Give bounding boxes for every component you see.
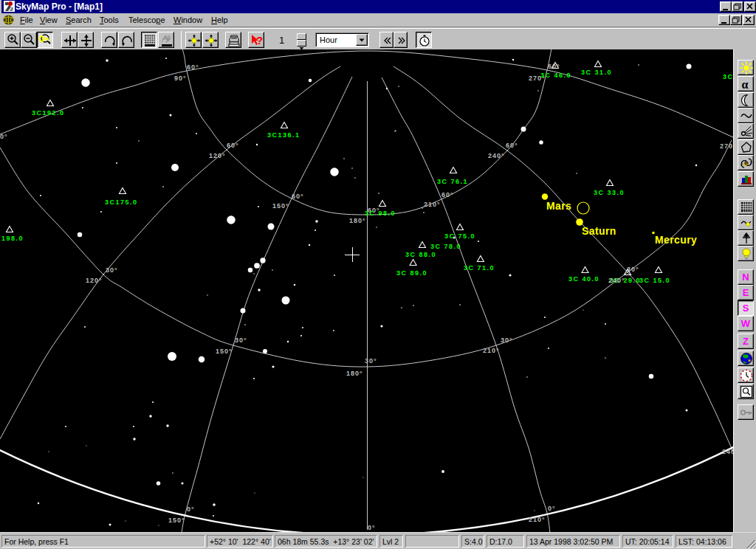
svg-text:3C 98.0: 3C 98.0 [365, 210, 396, 217]
svg-text:0°: 0° [368, 524, 376, 531]
svg-text:60°: 60° [441, 191, 454, 198]
svg-text:30°: 30° [235, 336, 247, 344]
svg-text:Mercury: Mercury [655, 234, 697, 246]
svg-text:150°: 150° [216, 348, 233, 355]
svg-text:120°: 120° [86, 277, 103, 284]
svg-text:90°: 90° [174, 75, 187, 82]
svg-text:180°: 180° [349, 217, 366, 224]
svg-text:180°: 180° [346, 370, 363, 377]
svg-text:150°: 150° [272, 202, 289, 210]
svg-text:240: 240 [722, 448, 733, 455]
svg-text:3C 40.0: 3C 40.0 [568, 275, 599, 283]
svg-text:α: α [742, 78, 749, 91]
svg-text:3C: 3C [723, 73, 733, 80]
svg-text:3C175.0: 3C175.0 [105, 198, 138, 206]
svg-text:198.0: 198.0 [1, 235, 24, 242]
svg-text:0°: 0° [0, 133, 8, 140]
svg-text:60°: 60° [227, 142, 239, 149]
svg-text:3C 33.0: 3C 33.0 [594, 189, 625, 196]
svg-text:Mars: Mars [546, 200, 571, 212]
svg-text:150°: 150° [168, 517, 185, 524]
svg-text:3C136.1: 3C136.1 [267, 131, 300, 139]
svg-text:3C 75.0: 3C 75.0 [444, 232, 475, 240]
svg-text:3C192.0: 3C192.0 [32, 109, 65, 117]
svg-text:60°: 60° [187, 63, 199, 71]
svg-text:60°: 60° [506, 142, 518, 149]
svg-text:?: ? [256, 34, 263, 46]
svg-text:3C 71.0: 3C 71.0 [464, 264, 495, 272]
svg-text:210°: 210° [529, 516, 546, 523]
svg-text:240°: 240° [488, 152, 505, 159]
svg-text:3C 78.0: 3C 78.0 [430, 243, 461, 250]
svg-text:30°: 30° [365, 357, 377, 365]
svg-text:Saturn: Saturn [582, 225, 616, 237]
svg-text:0°: 0° [187, 505, 195, 513]
svg-text:210°: 210° [483, 347, 500, 354]
svg-text:120°: 120° [209, 152, 226, 159]
svg-text:3C 46.0: 3C 46.0 [540, 72, 571, 79]
svg-text:3C 88.0: 3C 88.0 [405, 251, 436, 258]
svg-text:30°: 30° [106, 266, 118, 274]
svg-text:0°: 0° [548, 505, 556, 512]
svg-text:3C 76.1: 3C 76.1 [437, 178, 468, 185]
svg-text:3C 89.0: 3C 89.0 [396, 269, 427, 277]
svg-text:240°: 240° [608, 277, 625, 284]
svg-text:3C 15.0: 3C 15.0 [639, 277, 670, 284]
svg-text:30°: 30° [501, 336, 513, 344]
svg-text:60°: 60° [292, 193, 304, 200]
svg-text:210°: 210° [424, 201, 441, 208]
svg-text:3C 31.0: 3C 31.0 [581, 69, 612, 76]
svg-text:270: 270 [720, 142, 733, 150]
svg-text:30°: 30° [627, 266, 639, 273]
